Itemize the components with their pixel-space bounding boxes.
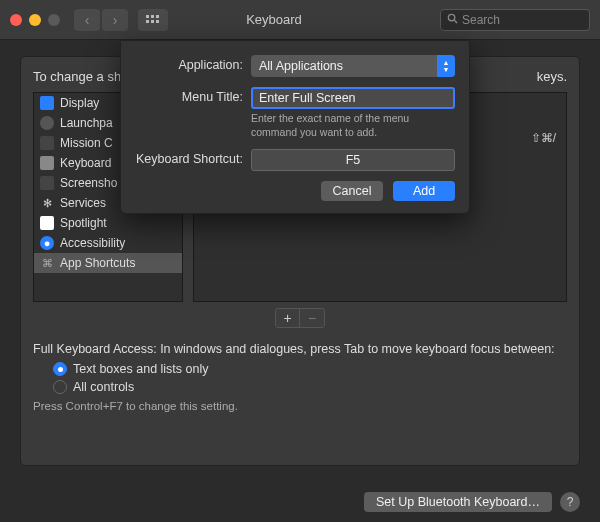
menu-title-help: Enter the exact name of the menu command… [251,112,455,139]
back-button[interactable]: ‹ [74,9,100,31]
app-shortcuts-icon: ⌘ [40,256,54,270]
screenshot-icon [40,176,54,190]
maximize-icon [48,14,60,26]
launchpad-icon [40,116,54,130]
window-title: Keyboard [116,12,432,27]
sidebar-item-spotlight[interactable]: Spotlight [34,213,182,233]
help-button[interactable]: ? [560,492,580,512]
gear-icon: ✻ [40,196,54,210]
remove-button: − [300,309,324,327]
radio-on-icon [53,362,67,376]
window-titlebar: ‹ › Keyboard Search [0,0,600,40]
shortcut-label: Keyboard Shortcut: [135,149,243,166]
chevron-updown-icon: ▲▼ [437,55,455,77]
radio-all-controls[interactable]: All controls [53,380,567,394]
close-icon[interactable] [10,14,22,26]
display-icon [40,96,54,110]
shortcut-field[interactable]: F5 [251,149,455,171]
spotlight-icon [40,216,54,230]
add-remove-control: + − [275,308,325,328]
radio-off-icon [53,380,67,394]
menu-title-label: Menu Title: [135,87,243,104]
keyboard-icon [40,156,54,170]
search-placeholder: Search [462,13,500,27]
sidebar-item-accessibility[interactable]: ●Accessibility [34,233,182,253]
keyboard-access-label: Full Keyboard Access: In windows and dia… [33,342,567,356]
shortcut-display: ⇧⌘/ [531,131,556,145]
svg-line-7 [454,20,457,23]
bluetooth-keyboard-button[interactable]: Set Up Bluetooth Keyboard… [364,492,552,512]
mission-control-icon [40,136,54,150]
search-icon [447,13,458,27]
application-select[interactable]: All Applications ▲▼ [251,55,455,77]
add-shortcut-sheet: Application: All Applications ▲▼ Menu Ti… [120,40,470,214]
minimize-icon[interactable] [29,14,41,26]
radio-text-boxes[interactable]: Text boxes and lists only [53,362,567,376]
svg-point-6 [448,14,454,20]
keyboard-access-hint: Press Control+F7 to change this setting. [33,400,567,412]
traffic-lights [10,14,60,26]
menu-title-field[interactable]: Enter Full Screen [251,87,455,109]
cancel-button[interactable]: Cancel [321,181,383,201]
application-label: Application: [135,55,243,72]
accessibility-icon: ● [40,236,54,250]
sidebar-item-app-shortcuts[interactable]: ⌘App Shortcuts [34,253,182,273]
add-button[interactable]: Add [393,181,455,201]
search-input[interactable]: Search [440,9,590,31]
add-button[interactable]: + [276,309,300,327]
